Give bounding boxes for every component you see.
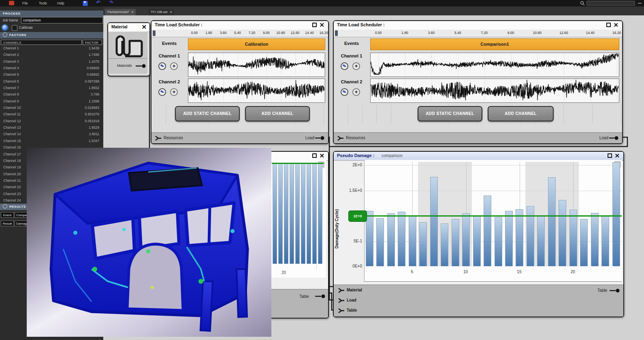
scheduler-titlebar[interactable]: Time Load Scheduler : ✕	[334, 21, 622, 30]
calibration-damage-window[interactable]: ✕ 20 Table	[269, 151, 329, 319]
material-window[interactable]: Material ✕ Materials	[107, 22, 150, 76]
expander-icon[interactable]	[3, 32, 7, 37]
output-connector-icon[interactable]	[315, 294, 326, 299]
reference-value-badge[interactable]: 1E+0	[348, 210, 367, 222]
damage-bar[interactable]	[419, 222, 427, 266]
minimize-dash[interactable]	[638, 3, 642, 4]
damage-bar[interactable]	[548, 177, 556, 266]
tab-partials-model[interactable]: Partials/model*×	[105, 9, 136, 15]
damage-bar[interactable]	[290, 163, 294, 264]
damage-bar[interactable]	[559, 200, 566, 266]
edit-channel-button[interactable]: ✎	[341, 88, 348, 96]
table-row[interactable]: Channel 91.1596	[0, 98, 103, 105]
job-name-input[interactable]	[21, 17, 103, 23]
signal-plot[interactable]	[370, 79, 619, 103]
table-row[interactable]: Channel 71.8552	[0, 85, 103, 91]
table-row[interactable]: Channel 83.789	[0, 91, 103, 98]
close-icon[interactable]: ✕	[614, 152, 620, 159]
save-icon[interactable]	[83, 1, 88, 6]
damage-bar[interactable]	[387, 213, 395, 266]
close-icon[interactable]: ✕	[141, 23, 147, 31]
table-row[interactable]: Channel 60.097298	[0, 79, 103, 85]
add-static-channel-button[interactable]: ADD STATIC CHANNEL	[175, 106, 240, 121]
add-event-button[interactable]: +	[352, 88, 360, 96]
table-row[interactable]: Channel 50.66682	[0, 72, 103, 78]
table-row[interactable]: Channel 40.69605	[0, 65, 103, 72]
damage-bar[interactable]	[601, 216, 609, 266]
column-header-channels[interactable]: CHANNELS	[1, 40, 82, 45]
mini-plot[interactable]: 20	[270, 160, 326, 278]
output-connector-icon[interactable]	[136, 64, 146, 68]
table-row[interactable]: Channel 142.8011	[0, 131, 103, 138]
expander-icon[interactable]	[3, 204, 7, 208]
damage-bar[interactable]	[569, 210, 577, 266]
tab-close-icon[interactable]: ×	[132, 10, 134, 14]
run-radio-button[interactable]	[2, 25, 8, 30]
damage-bar-chart[interactable]	[364, 160, 622, 282]
table-row[interactable]: Channel 110.601079	[0, 111, 103, 118]
maximize-icon[interactable]	[608, 153, 612, 158]
output-connector-icon[interactable]	[610, 288, 620, 293]
calibrate-checkbox[interactable]	[12, 25, 17, 31]
input-connector-icon[interactable]	[338, 308, 345, 313]
damage-bar[interactable]	[505, 211, 513, 267]
output-connector-icon[interactable]	[609, 136, 619, 140]
damage-bar[interactable]	[398, 212, 405, 266]
damage-bar[interactable]	[537, 216, 545, 266]
signal-plot[interactable]	[188, 53, 325, 77]
mini-titlebar[interactable]: ✕	[270, 152, 328, 161]
add-event-button[interactable]: +	[170, 88, 178, 96]
add-static-channel-button[interactable]: ADD STATIC CHANNEL	[418, 106, 482, 121]
table-row[interactable]: Channel 21.7496	[0, 52, 103, 58]
table-row[interactable]: Channel 120.051919	[0, 118, 103, 125]
input-connector-icon[interactable]	[155, 136, 162, 141]
damage-bar[interactable]	[441, 223, 448, 266]
damage-bar[interactable]	[295, 163, 300, 264]
time-load-scheduler-window-2[interactable]: Time Load Scheduler : ✕ 0.001.803.605.40…	[333, 20, 623, 144]
damage-bar[interactable]	[312, 163, 317, 264]
signal-plot[interactable]	[370, 53, 619, 77]
ruler-slider-handle[interactable]	[153, 30, 156, 36]
process-section-header[interactable]: PROCESS	[0, 11, 103, 17]
edit-channel-button[interactable]: ✎	[341, 62, 348, 70]
input-connector-icon[interactable]	[337, 136, 344, 141]
material-titlebar[interactable]: Material ✕	[108, 23, 149, 32]
damage-bar[interactable]	[301, 163, 305, 264]
maximize-icon[interactable]	[312, 153, 317, 158]
damage-bar[interactable]	[376, 218, 384, 266]
damage-bar[interactable]	[273, 163, 277, 264]
damage-bar[interactable]	[484, 196, 491, 266]
factors-section-header[interactable]: FACTORS	[0, 32, 103, 38]
damage-bar[interactable]	[430, 177, 438, 266]
time-ruler[interactable]: 0.001.803.605.407.209.0010.8012.6014.401…	[151, 30, 328, 37]
close-icon[interactable]: ✕	[319, 21, 324, 29]
ruler-slider-handle[interactable]	[335, 30, 338, 36]
damage-bar[interactable]	[473, 216, 481, 266]
add-event-button[interactable]: +	[170, 62, 178, 70]
edit-channel-button[interactable]: ✎	[158, 62, 166, 70]
event-block-calibration[interactable]: Calibration	[188, 38, 325, 50]
pseudo-damage-window[interactable]: Pseudo Damage : comparison ✕ Damage(Duty…	[333, 151, 624, 317]
table-row[interactable]: Channel 151.5347	[0, 138, 103, 144]
input-connector-icon[interactable]	[338, 298, 345, 303]
damage-bar[interactable]	[516, 209, 523, 266]
pseudo-damage-titlebar[interactable]: Pseudo Damage : comparison ✕	[334, 152, 623, 161]
column-header-factor[interactable]: FACTOR	[83, 40, 102, 45]
search-input[interactable]	[586, 1, 635, 6]
maximize-icon[interactable]	[312, 23, 317, 27]
table-row[interactable]: Channel 31.1075	[0, 59, 103, 65]
table-row[interactable]: Channel 100.019683	[0, 105, 103, 111]
damage-bar[interactable]	[318, 163, 322, 264]
damage-bar[interactable]	[409, 216, 416, 266]
event-block-comparison1[interactable]: Comparison1	[370, 38, 619, 50]
app-icon[interactable]	[9, 1, 14, 5]
damage-bar[interactable]	[278, 163, 283, 264]
tab-tfi-sar[interactable]: TFI.19B.sar×	[148, 9, 174, 15]
output-connector-icon[interactable]	[315, 136, 325, 140]
undo-icon[interactable]: ↶	[96, 0, 100, 5]
damage-bar[interactable]	[307, 163, 311, 264]
menu-help[interactable]: Help	[57, 0, 64, 6]
input-connector-icon[interactable]	[338, 288, 345, 293]
add-event-button[interactable]: +	[352, 62, 360, 70]
damage-bar[interactable]	[462, 213, 470, 266]
